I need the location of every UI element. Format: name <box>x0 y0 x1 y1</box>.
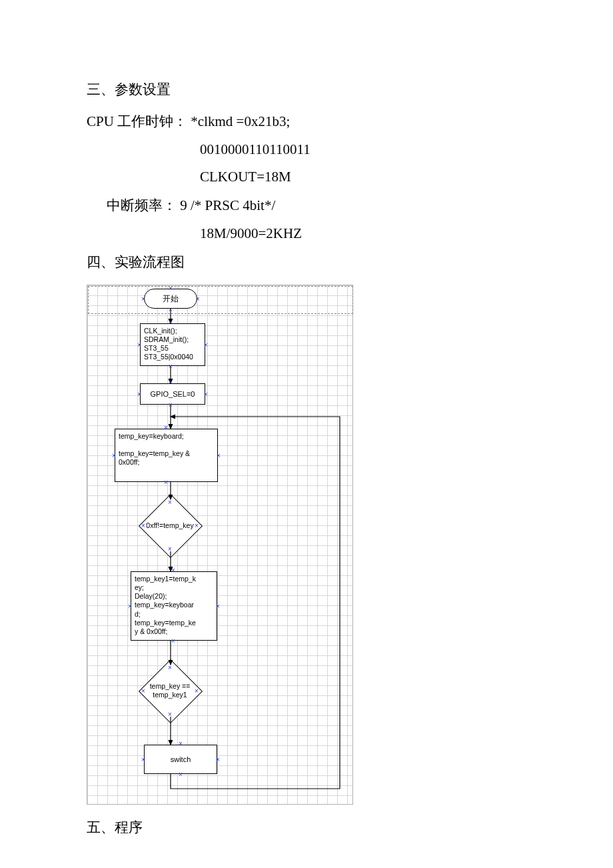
interrupt-calc: 18M/9000=2KHZ <box>87 225 526 242</box>
section-4-title: 四、实验流程图 <box>87 253 526 271</box>
flow-gpio: GPIO_SEL=0 <box>140 383 205 405</box>
document-page: 三、参数设置 CPU 工作时钟： *clkmd =0x21b3; 0010000… <box>0 0 613 868</box>
interrupt-line: 中断频率： 9 /* PRSC 4bit*/ <box>87 196 526 215</box>
flow-process-2: temp_key1=temp_k ey; Delay(20); temp_key… <box>131 571 217 641</box>
dashed-frame <box>88 286 353 314</box>
flow-init-block: CLK_init(); SDRAM_init(); ST3_55 ST3_55|… <box>140 323 205 366</box>
cpu-clock-out: CLKOUT=18M <box>87 169 526 185</box>
section-3-title: 三、参数设置 <box>87 80 526 99</box>
flow-start: 开始 <box>144 289 197 309</box>
flow-decision-1: 0xff!=temp_key <box>148 503 192 547</box>
cpu-clock-bits: 0010000110110011 <box>87 141 526 158</box>
flow-switch: switch <box>144 745 217 774</box>
flowchart-grid <box>87 285 353 805</box>
flowchart: 开始 CLK_init(); SDRAM_init(); ST3_55 ST3_… <box>87 285 353 805</box>
flow-decision-2: temp_key == temp_key1 <box>148 669 192 713</box>
flow-readkey: temp_key=keyboard; temp_key=temp_key & 0… <box>115 429 218 482</box>
section-5-title: 五、程序 <box>87 818 526 837</box>
cpu-clock-line: CPU 工作时钟： *clkmd =0x21b3; <box>87 112 526 131</box>
